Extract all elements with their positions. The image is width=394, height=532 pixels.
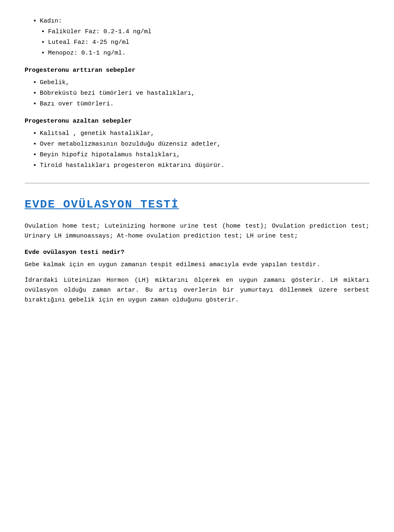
kadin-item-3-text: Menopoz: 0.1-1 ng/ml.: [48, 48, 126, 58]
artiran-section: Progesteronu arttıran sebepler ▪ Gebelik…: [25, 66, 369, 109]
kadin-item-1-text: Faliküler Faz: 0.2-1.4 ng/ml: [48, 27, 151, 37]
kadin-label: Kadın:: [40, 16, 62, 26]
kadin-item-2-text: Luteal Faz: 4-25 ng/ml: [48, 38, 129, 48]
azaltan-item-4: ▪ Tiroid hastalıkları progesteron miktar…: [25, 161, 369, 171]
bullet-icon: ▪: [41, 48, 45, 58]
bullet-icon: ▪: [33, 16, 37, 26]
artiran-item-3-text: Bazı over tümörleri.: [40, 99, 114, 109]
bullet-icon: ▪: [33, 150, 37, 160]
evde-para2: İdrardaki Lüteinizan Hormon (LH) miktarı…: [25, 276, 369, 305]
artiran-item-1-text: Gebelik,: [40, 78, 69, 88]
artiran-item-1: ▪ Gebelik,: [25, 78, 369, 88]
azaltan-item-1: ▪ Kalıtsal , genetik hastalıklar,: [25, 129, 369, 139]
artiran-item-2: ▪ Böbreküstü bezi tümörleri ve hastalıkl…: [25, 89, 369, 98]
kadin-section: ▪ Kadın: ▪ Faliküler Faz: 0.2-1.4 ng/ml …: [25, 16, 369, 58]
bullet-icon: ▪: [33, 161, 37, 171]
azaltan-heading: Progesteronu azaltan sebepler: [25, 116, 369, 126]
evde-big-heading: EVDE OVÜLASYON TESTİ: [25, 196, 369, 214]
kadin-label-row: ▪ Kadın:: [25, 16, 369, 26]
bullet-icon: ▪: [41, 38, 45, 48]
bullet-icon: ▪: [33, 139, 37, 149]
kadin-item-3: ▪ Menopoz: 0.1-1 ng/ml.: [25, 48, 369, 58]
azaltan-item-2: ▪ Over metabolizmasının bozulduğu düzens…: [25, 139, 369, 149]
artiran-heading: Progesteronu arttıran sebepler: [25, 66, 369, 75]
artiran-item-2-text: Böbreküstü bezi tümörleri ve hastalıklar…: [40, 89, 195, 98]
section-divider: [25, 183, 369, 183]
evde-subheading: Evde ovülasyon testi nedir?: [25, 248, 369, 258]
bullet-icon: ▪: [33, 99, 37, 109]
kadin-item-1: ▪ Faliküler Faz: 0.2-1.4 ng/ml: [25, 27, 369, 37]
evde-para1: Gebe kalmak için en uygun zamanın tespit…: [25, 260, 369, 270]
artiran-item-3: ▪ Bazı over tümörleri.: [25, 99, 369, 109]
evde-section: EVDE OVÜLASYON TESTİ Ovulation home test…: [25, 196, 369, 305]
azaltan-section: Progesteronu azaltan sebepler ▪ Kalıtsal…: [25, 116, 369, 171]
kadin-item-2: ▪ Luteal Faz: 4-25 ng/ml: [25, 38, 369, 48]
azaltan-item-3: ▪ Beyin hipofiz hipotalamus hstalıkları,: [25, 150, 369, 160]
azaltan-item-4-text: Tiroid hastalıkları progesteron miktarın…: [40, 161, 224, 171]
bullet-icon: ▪: [33, 129, 37, 139]
azaltan-item-2-text: Over metabolizmasının bozulduğu düzensiz…: [40, 139, 221, 149]
azaltan-item-1-text: Kalıtsal , genetik hastalıklar,: [40, 129, 154, 139]
azaltan-item-3-text: Beyin hipofiz hipotalamus hstalıkları,: [40, 150, 180, 160]
bullet-icon: ▪: [41, 27, 45, 37]
bullet-icon: ▪: [33, 78, 37, 88]
bullet-icon: ▪: [33, 89, 37, 98]
evde-description: Ovulation home test; Luteinizing hormone…: [25, 221, 369, 241]
